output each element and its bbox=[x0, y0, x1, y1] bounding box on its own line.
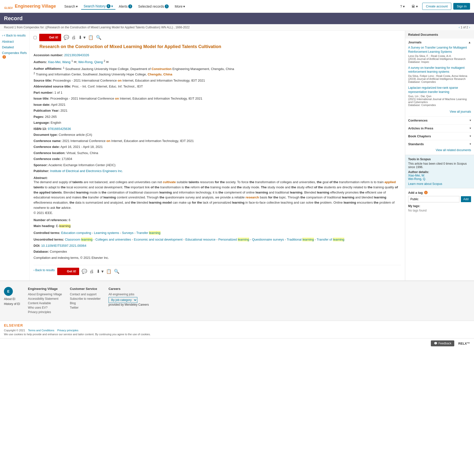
journal-meta-2: Guo, Lin ; Dai, Qun (2021) International… bbox=[408, 95, 471, 106]
sponsor-label: Sponsor: bbox=[34, 163, 48, 167]
get-it-button[interactable]: 🛡 Get it! bbox=[39, 34, 61, 41]
feedback-button[interactable]: 💬 Feedback bbox=[431, 340, 455, 346]
uterm-traditional-learning[interactable]: Traditional learning bbox=[287, 238, 314, 241]
nav-search-history[interactable]: Search history 6 ▾ bbox=[81, 3, 115, 10]
footer-all-engineering-jobs[interactable]: All engineering jobs bbox=[109, 293, 149, 296]
sidebar-abstract-link[interactable]: Abstract bbox=[2, 40, 27, 43]
comment-bottom-icon[interactable]: 💬 bbox=[82, 269, 87, 274]
header-actions: ? ▾ 🏛 ▾ Create account Sign in bbox=[398, 3, 470, 10]
conferences-label: Conferences bbox=[408, 119, 428, 122]
copy-icon[interactable]: 📋 bbox=[88, 35, 93, 40]
privacy-principles-link[interactable]: Privacy principles bbox=[57, 329, 78, 332]
nav-selected-records[interactable]: Selected records 1 bbox=[136, 3, 171, 9]
conferences-collapse-icon[interactable]: ▾ bbox=[470, 119, 471, 122]
create-account-button[interactable]: Create account bbox=[422, 3, 451, 10]
journal-title-1[interactable]: A survey on transfer learning for multia… bbox=[408, 66, 471, 74]
sign-in-button[interactable]: Sign in bbox=[453, 3, 470, 10]
footer-cs-col: Customer Service Contact and support Sub… bbox=[70, 287, 101, 315]
footer-who-uses[interactable]: Who uses EV? bbox=[28, 306, 62, 309]
zoom-icon[interactable]: 🔍 bbox=[96, 35, 101, 40]
related-docs-header[interactable]: Related Documents bbox=[405, 31, 474, 38]
center-content: 🛡 Get it! 💬 🖨 ⬇ ▾ 📋 🔍 Research on the Co… bbox=[30, 31, 405, 281]
institution-button[interactable]: 🏛 ▾ bbox=[409, 3, 420, 9]
uterm-transfer-of-learning[interactable]: Transfer of learning bbox=[317, 238, 344, 241]
terms-link[interactable]: Terms and Conditions bbox=[28, 329, 54, 332]
footer-subscribe[interactable]: Subscribe to newsletter bbox=[70, 297, 101, 300]
record-checkbox[interactable] bbox=[34, 36, 37, 39]
journal-title-2[interactable]: Laplacian regularized low-rank sparse re… bbox=[408, 86, 471, 94]
term-transfer-learning[interactable]: Transfer learning bbox=[136, 231, 161, 235]
footer-history-ei[interactable]: History of EI bbox=[4, 302, 20, 306]
footer-twitter[interactable]: Twitter bbox=[70, 306, 101, 309]
uterm-educational-resource[interactable]: Educational resource bbox=[185, 238, 216, 241]
standards-collapse-icon[interactable]: ▾ bbox=[470, 142, 471, 146]
tag-visibility-select[interactable]: Public Private bbox=[408, 196, 459, 202]
standards-row[interactable]: Standards ▾ bbox=[408, 142, 471, 146]
print-icon[interactable]: 🖨 bbox=[72, 35, 76, 40]
print-bottom-icon[interactable]: 🖨 bbox=[90, 269, 94, 274]
uterm-economic[interactable]: Economic and social development bbox=[134, 238, 182, 241]
career-category-select[interactable]: By job category bbox=[109, 297, 137, 303]
pub-year-value: 2021 bbox=[60, 109, 68, 112]
articles-press-row[interactable]: Articles in Press ▾ bbox=[408, 126, 471, 130]
footer-about-ev[interactable]: About Engineering Village bbox=[28, 293, 62, 296]
zoom-bottom-icon[interactable]: 🔍 bbox=[114, 269, 119, 274]
author-wei-rong[interactable]: Wei-Rong, Qiang bbox=[78, 60, 103, 64]
footer-privacy[interactable]: Privacy principles bbox=[28, 310, 62, 314]
view-all-related-link[interactable]: View all related documents bbox=[408, 147, 471, 153]
compendex-refs-info-icon[interactable]: i bbox=[2, 55, 6, 59]
journals-collapse-icon[interactable]: ▲ bbox=[468, 41, 471, 44]
shield-bottom-icon: 🛡 bbox=[60, 269, 65, 274]
issue-date-row: Issue date: April 2021 bbox=[34, 102, 401, 107]
term-education-computing[interactable]: Education computing bbox=[61, 231, 91, 235]
publisher-link[interactable]: Institute of Electrical and Electronics … bbox=[50, 169, 123, 173]
term-surveys[interactable]: Surveys bbox=[122, 231, 133, 235]
footer-accessibility[interactable]: Accessibility Statement bbox=[28, 297, 62, 300]
download-bottom-icon[interactable]: ⬇ ▾ bbox=[96, 269, 104, 274]
nav-alerts[interactable]: Alerts 1 bbox=[116, 3, 135, 9]
uterm-classroom-learning[interactable]: Classroom learning bbox=[65, 238, 92, 241]
selected-records-badge: 1 bbox=[165, 4, 169, 8]
back-results-top[interactable]: ‹ < Back to results bbox=[2, 34, 27, 37]
footer-about-ei[interactable]: About EI bbox=[4, 297, 15, 301]
scopus-author-0[interactable]: Xiao-Mei, W. bbox=[408, 174, 471, 177]
download-icon[interactable]: ⬇ ▾ bbox=[78, 35, 86, 40]
journal-title-0[interactable]: A Survey on Transfer Learning for Multia… bbox=[408, 46, 471, 54]
comment-icon[interactable]: 💬 bbox=[64, 35, 69, 40]
pag-next-icon[interactable]: › bbox=[469, 26, 470, 29]
footer-careers-title: Careers bbox=[109, 287, 149, 291]
footer-contact[interactable]: Contact and support bbox=[70, 293, 101, 296]
pag-prev-icon[interactable]: ‹ bbox=[459, 26, 460, 29]
book-chapters-collapse-icon[interactable]: ▾ bbox=[470, 134, 471, 138]
view-all-journals-link[interactable]: View all journals bbox=[408, 109, 471, 114]
term-learning-systems[interactable]: Learning systems bbox=[94, 231, 119, 235]
conferences-row[interactable]: Conferences ▾ bbox=[408, 119, 471, 122]
authors-label: Authors: bbox=[34, 60, 47, 64]
uterm-questionnaire[interactable]: Questionnaire surveys bbox=[252, 238, 284, 241]
sidebar-compendex-refs-link[interactable]: Compendex Refs i bbox=[2, 51, 27, 59]
get-it-button-bottom[interactable]: 🛡 Get it! bbox=[57, 268, 79, 275]
book-chapters-row[interactable]: Book Chapters ▾ bbox=[408, 134, 471, 138]
back-results-bottom[interactable]: ‹ Back to results bbox=[34, 268, 55, 272]
learn-more-scopus-link[interactable]: Learn more about Scopus bbox=[408, 182, 471, 186]
uterm-colleges[interactable]: Colleges and universities bbox=[95, 238, 131, 241]
footer-blog[interactable]: Blog bbox=[70, 301, 101, 305]
author-xiao-mei[interactable]: Xiao-Mei, Wang bbox=[48, 60, 71, 64]
accession-link[interactable]: 20213910943326 bbox=[64, 53, 89, 57]
nav-search[interactable]: Search ▾ bbox=[62, 3, 80, 9]
footer-content-available[interactable]: Content Available bbox=[28, 301, 62, 305]
uterm-personalized-learning[interactable]: Personalized learning bbox=[218, 238, 249, 241]
nav-more[interactable]: More ▾ bbox=[172, 3, 187, 9]
tag-add-button[interactable]: Add bbox=[461, 196, 471, 202]
articles-collapse-icon[interactable]: ▾ bbox=[470, 126, 471, 130]
help-button[interactable]: ? ▾ bbox=[398, 3, 407, 9]
isbn-link[interactable]: 9781665425636 bbox=[48, 127, 71, 131]
add-tag-info-icon[interactable]: i bbox=[424, 191, 428, 194]
scopus-author-1[interactable]: Wei-Rong, Q. bbox=[408, 177, 471, 181]
authors-row: Authors: Xiao-Mei, Wang 1 ✉; Wei-Rong, Q… bbox=[34, 59, 401, 65]
doi-link[interactable]: 10.1109/IEIT53597.2021.00064 bbox=[41, 244, 86, 247]
action-bar: 🛡 Get it! 💬 🖨 ⬇ ▾ 📋 🔍 bbox=[34, 34, 401, 41]
abstract-section: Abstract: The demand and supply of talen… bbox=[34, 176, 401, 216]
copy-bottom-icon[interactable]: 📋 bbox=[106, 269, 111, 274]
sidebar-detailed-link[interactable]: Detailed bbox=[2, 45, 27, 49]
